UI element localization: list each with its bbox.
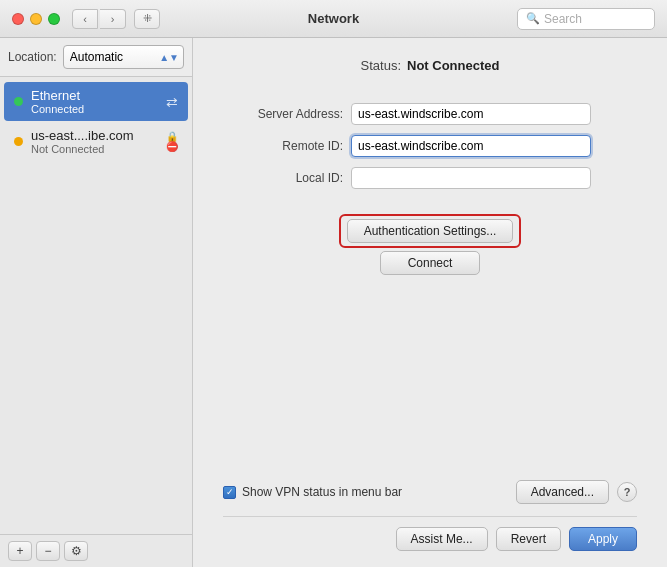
advanced-button[interactable]: Advanced... xyxy=(516,480,609,504)
traffic-lights xyxy=(12,13,60,25)
local-id-label: Local ID: xyxy=(223,171,343,185)
net-status-ethernet: Connected xyxy=(31,103,162,115)
title-bar: ‹ › ⁜ Network 🔍 Search xyxy=(0,0,667,38)
net-info-vpn: us-east....ibe.com Not Connected xyxy=(31,128,162,155)
net-info-ethernet: Ethernet Connected xyxy=(31,88,162,115)
network-item-ethernet[interactable]: Ethernet Connected ⇄ xyxy=(4,82,188,121)
bottom-section: ✓ Show VPN status in menu bar Advanced..… xyxy=(223,480,637,551)
auth-highlight-border xyxy=(339,214,522,248)
network-list: Ethernet Connected ⇄ us-east....ibe.com … xyxy=(0,77,192,534)
form-section: Server Address: Remote ID: Local ID: xyxy=(223,103,637,189)
status-value: Not Connected xyxy=(407,58,499,73)
close-button[interactable] xyxy=(12,13,24,25)
vpn-checkbox[interactable]: ✓ xyxy=(223,486,236,499)
back-button[interactable]: ‹ xyxy=(72,9,98,29)
minimize-button[interactable] xyxy=(30,13,42,25)
server-address-label: Server Address: xyxy=(223,107,343,121)
search-icon: 🔍 xyxy=(526,12,540,25)
sidebar: Location: Automatic ▲▼ Ethernet Connecte… xyxy=(0,38,193,567)
status-row: Status: Not Connected xyxy=(223,58,637,73)
status-dot-ethernet xyxy=(14,97,23,106)
wifi-off-icon: ⛔ xyxy=(166,142,178,152)
location-label: Location: xyxy=(8,50,57,64)
vpn-checkbox-label: Show VPN status in menu bar xyxy=(242,485,402,499)
net-icons-vpn: 🔒 ⛔ xyxy=(166,132,178,152)
status-dot-vpn xyxy=(14,137,23,146)
buttons-row: Authentication Settings... Connect xyxy=(223,219,637,275)
vpn-buttons: Advanced... ? xyxy=(516,480,637,504)
lock-icon: 🔒 xyxy=(166,132,178,142)
vpn-checkbox-wrapper[interactable]: ✓ Show VPN status in menu bar xyxy=(223,485,402,499)
network-item-vpn[interactable]: us-east....ibe.com Not Connected 🔒 ⛔ xyxy=(4,122,188,161)
server-address-input[interactable] xyxy=(351,103,591,125)
location-select-wrapper[interactable]: Automatic ▲▼ xyxy=(63,45,184,69)
checkbox-check-icon: ✓ xyxy=(226,488,234,497)
bottom-buttons: Assist Me... Revert Apply xyxy=(223,516,637,551)
server-address-row: Server Address: xyxy=(223,103,637,125)
remote-id-input[interactable] xyxy=(351,135,591,157)
sidebar-bottom: + − ⚙ xyxy=(0,534,192,567)
revert-button[interactable]: Revert xyxy=(496,527,561,551)
add-network-button[interactable]: + xyxy=(8,541,32,561)
status-label: Status: xyxy=(361,58,401,73)
auth-btn-wrapper: Authentication Settings... xyxy=(347,219,514,243)
location-bar: Location: Automatic ▲▼ xyxy=(0,38,192,77)
connect-button[interactable]: Connect xyxy=(380,251,480,275)
local-id-row: Local ID: xyxy=(223,167,637,189)
content-panel: Status: Not Connected Server Address: Re… xyxy=(193,38,667,567)
forward-button[interactable]: › xyxy=(100,9,126,29)
local-id-input[interactable] xyxy=(351,167,591,189)
assist-me-button[interactable]: Assist Me... xyxy=(396,527,488,551)
grid-button[interactable]: ⁜ xyxy=(134,9,160,29)
window-title: Network xyxy=(308,11,359,26)
location-select[interactable]: Automatic xyxy=(63,45,184,69)
remote-id-row: Remote ID: xyxy=(223,135,637,157)
net-status-vpn: Not Connected xyxy=(31,143,162,155)
remote-id-label: Remote ID: xyxy=(223,139,343,153)
search-placeholder: Search xyxy=(544,12,582,26)
net-arrows-icon: ⇄ xyxy=(166,94,178,110)
nav-buttons: ‹ › xyxy=(72,9,126,29)
apply-button[interactable]: Apply xyxy=(569,527,637,551)
main-layout: Location: Automatic ▲▼ Ethernet Connecte… xyxy=(0,38,667,567)
help-button[interactable]: ? xyxy=(617,482,637,502)
network-gear-button[interactable]: ⚙ xyxy=(64,541,88,561)
maximize-button[interactable] xyxy=(48,13,60,25)
remove-network-button[interactable]: − xyxy=(36,541,60,561)
vpn-row: ✓ Show VPN status in menu bar Advanced..… xyxy=(223,480,637,504)
search-bar[interactable]: 🔍 Search xyxy=(517,8,655,30)
net-name-vpn: us-east....ibe.com xyxy=(31,128,162,143)
net-name-ethernet: Ethernet xyxy=(31,88,162,103)
